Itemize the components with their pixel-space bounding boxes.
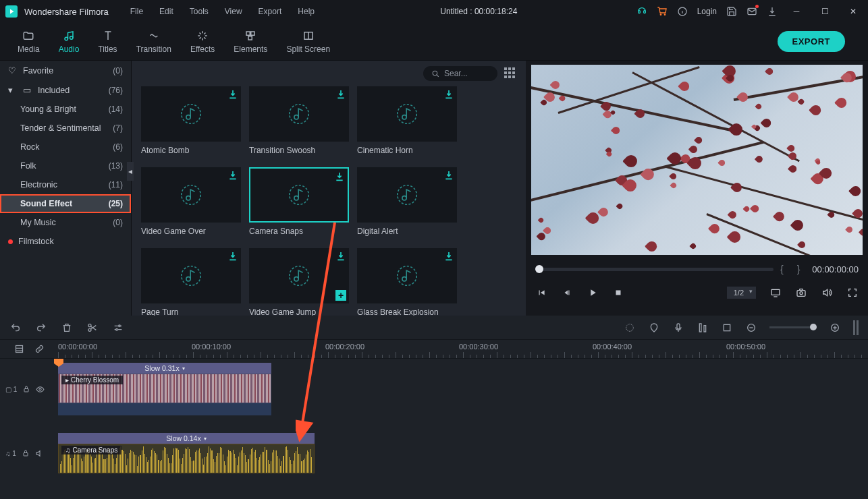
- tab-audio[interactable]: Audio: [49, 26, 89, 57]
- adjust-button[interactable]: [112, 322, 124, 334]
- search-input[interactable]: Sear...: [423, 66, 497, 81]
- sidebar-collapse-handle[interactable]: ◂: [127, 162, 134, 181]
- audio-clip-item[interactable]: Page Turn: [141, 248, 241, 316]
- record-icon[interactable]: [672, 322, 684, 334]
- clip-thumbnail[interactable]: [357, 167, 457, 223]
- crop-icon[interactable]: [721, 322, 733, 334]
- download-icon[interactable]: [335, 89, 346, 100]
- download-icon[interactable]: [767, 6, 778, 17]
- delete-button[interactable]: [61, 322, 73, 334]
- sidebar-item-rock[interactable]: Rock(6): [0, 138, 131, 156]
- render-icon[interactable]: [624, 322, 636, 334]
- volume-icon[interactable]: [821, 287, 833, 299]
- export-button[interactable]: EXPORT: [778, 31, 845, 52]
- undo-button[interactable]: [9, 322, 22, 334]
- eye-icon[interactable]: [36, 385, 45, 394]
- sidebar-item-filmstock[interactable]: Filmstock: [0, 232, 131, 251]
- menu-tools[interactable]: Tools: [183, 4, 215, 19]
- timeline-end-icon[interactable]: [853, 320, 859, 335]
- prev-frame-button[interactable]: [535, 287, 547, 299]
- zoom-out-button[interactable]: [745, 322, 757, 334]
- audio-clip-item[interactable]: Atomic Bomb: [141, 86, 241, 155]
- download-icon[interactable]: [443, 89, 454, 100]
- sidebar-item-tender[interactable]: Tender & Sentimental(7): [0, 119, 131, 138]
- marker-icon[interactable]: [648, 322, 660, 334]
- clip-thumbnail[interactable]: [357, 86, 457, 142]
- preview-progress[interactable]: [535, 268, 774, 271]
- info-icon[interactable]: [677, 6, 688, 17]
- window-maximize[interactable]: ☐: [815, 2, 834, 21]
- login-link[interactable]: Login: [697, 7, 717, 16]
- audio-clip[interactable]: Slow 0.14x ♫ Camera Snaps: [58, 433, 315, 473]
- download-icon[interactable]: [227, 251, 238, 262]
- fullscreen-icon[interactable]: [846, 287, 859, 299]
- lock-icon[interactable]: [22, 449, 30, 457]
- audio-clip-item[interactable]: + Video Game Jump: [249, 248, 349, 316]
- menu-export[interactable]: Export: [252, 4, 289, 19]
- headset-icon[interactable]: [636, 6, 647, 17]
- save-icon[interactable]: [726, 6, 737, 17]
- page-selector[interactable]: 1/2: [727, 287, 756, 299]
- clip-thumbnail[interactable]: [141, 86, 241, 142]
- message-icon[interactable]: [747, 6, 757, 17]
- sidebar-item-favorite[interactable]: ♡Favorite(0): [0, 61, 131, 80]
- clip-thumbnail[interactable]: [141, 167, 241, 223]
- sidebar-item-electronic[interactable]: Electronic(11): [0, 175, 131, 194]
- display-icon[interactable]: [769, 287, 782, 299]
- speaker-icon[interactable]: [35, 449, 44, 458]
- split-button[interactable]: [86, 322, 99, 334]
- sidebar-item-my-music[interactable]: My Music(0): [0, 213, 131, 232]
- audio-speed-bar[interactable]: Slow 0.14x: [58, 433, 315, 444]
- window-minimize[interactable]: ─: [787, 2, 806, 21]
- link-icon[interactable]: [33, 343, 45, 355]
- menu-file[interactable]: File: [124, 4, 150, 19]
- download-icon[interactable]: [443, 170, 454, 181]
- audio-clip-item[interactable]: Camera Snaps: [249, 167, 349, 236]
- play-button[interactable]: [587, 287, 599, 299]
- tab-elements[interactable]: Elements: [224, 26, 277, 57]
- snapshot-icon[interactable]: [795, 287, 807, 299]
- cart-icon[interactable]: [657, 6, 668, 17]
- clip-thumbnail[interactable]: [249, 86, 349, 142]
- audio-clip-item[interactable]: Digital Alert: [357, 167, 457, 236]
- tab-titles[interactable]: Titles: [88, 26, 126, 57]
- mixer-icon[interactable]: [697, 322, 709, 334]
- sidebar-item-sound-effect[interactable]: Sound Effect(25): [0, 194, 131, 213]
- audio-clip-item[interactable]: Glass Break Explosion: [357, 248, 457, 316]
- audio-clip-item[interactable]: Transition Swoosh: [249, 86, 349, 155]
- download-icon[interactable]: [443, 251, 454, 262]
- timeline-ruler[interactable]: 00:00:00:0000:00:10:0000:00:20:0000:00:3…: [58, 340, 868, 358]
- menu-help[interactable]: Help: [291, 4, 321, 19]
- video-clip[interactable]: Slow 0.31x ▸ Cherry Blossom: [58, 363, 271, 415]
- redo-button[interactable]: [35, 322, 47, 334]
- playhead[interactable]: [58, 359, 59, 499]
- clip-thumbnail[interactable]: [141, 248, 241, 303]
- download-icon[interactable]: [227, 170, 238, 181]
- range-braces[interactable]: { }: [780, 264, 805, 274]
- download-icon[interactable]: [335, 251, 346, 262]
- clip-thumbnail[interactable]: [357, 248, 457, 303]
- download-icon[interactable]: [334, 171, 345, 182]
- tab-effects[interactable]: Effects: [181, 26, 224, 57]
- audio-clip-item[interactable]: Cinematic Horn: [357, 86, 457, 155]
- download-icon[interactable]: [227, 89, 238, 100]
- sidebar-item-included[interactable]: ▾▭Included(76): [0, 80, 131, 100]
- clip-thumbnail[interactable]: [249, 167, 349, 223]
- track-manager-icon[interactable]: [13, 343, 25, 355]
- tab-transition[interactable]: Transition: [127, 26, 181, 57]
- window-close[interactable]: ✕: [844, 2, 863, 21]
- add-to-timeline-icon[interactable]: +: [335, 290, 346, 301]
- progress-handle[interactable]: [535, 265, 543, 273]
- audio-clip-item[interactable]: Video Game Over: [141, 167, 241, 236]
- sidebar-item-folk[interactable]: Folk(13): [0, 156, 131, 175]
- grid-view-icon[interactable]: [504, 67, 516, 80]
- clip-thumbnail[interactable]: +: [249, 248, 349, 303]
- video-speed-bar[interactable]: Slow 0.31x: [58, 363, 271, 374]
- sidebar-item-young-bright[interactable]: Young & Bright(14): [0, 100, 131, 119]
- zoom-in-button[interactable]: [829, 322, 841, 334]
- menu-view[interactable]: View: [218, 4, 249, 19]
- tab-split-screen[interactable]: Split Screen: [277, 26, 340, 57]
- tab-media[interactable]: Media: [8, 26, 49, 57]
- frame-back-button[interactable]: [561, 287, 573, 299]
- stop-button[interactable]: [612, 287, 624, 299]
